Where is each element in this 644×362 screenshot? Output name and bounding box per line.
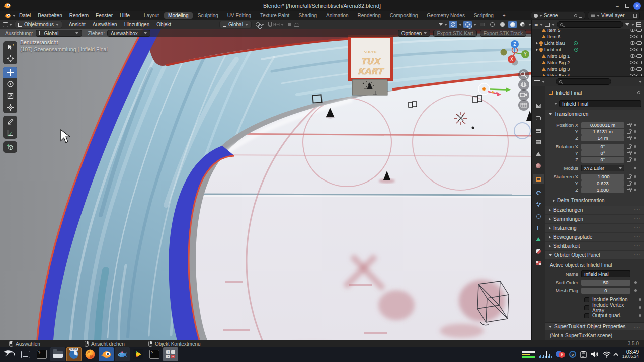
section-instancing[interactable]: Instancing:::: [545,224,644,232]
show-desktop-button[interactable] [18,347,33,361]
wireframe-frame-object[interactable] [313,95,322,103]
animate-dot[interactable] [634,158,636,161]
outliner-row[interactable]: Item 5 [532,29,644,33]
lock-icon[interactable] [627,183,631,186]
shading-wireframe-button[interactable] [488,21,497,28]
animate-dot[interactable] [634,145,636,148]
tool-select-box[interactable] [3,41,17,53]
expand-arrow-icon[interactable] [536,48,538,51]
section-stk-properties[interactable]: SuperTuxKart Object Properties:::: [545,322,644,330]
visibility-caret[interactable] [444,24,447,26]
shading-rendered-button[interactable] [518,21,527,28]
proportional-editing-icon[interactable] [288,23,291,26]
tab-tool[interactable] [533,101,544,111]
blender-menu-icon[interactable] [4,13,11,19]
drag-handle-icon[interactable]: :::: [634,324,640,329]
properties-editor-caret[interactable] [542,81,545,83]
tab-view-layer[interactable] [533,137,544,147]
drag-handle-icon[interactable]: :::: [634,235,640,239]
outliner-search-input[interactable] [565,22,620,27]
transform-orientation-selector[interactable]: Global [219,21,252,28]
goal-object[interactable] [409,102,417,107]
outliner-row[interactable]: Licht rot [532,46,644,53]
minimize-button[interactable]: – [613,2,621,9]
object-type-caret[interactable] [554,103,557,105]
perspective-grid-button[interactable] [518,100,529,111]
outliner-row[interactable]: Nitro Big 3 [532,66,644,72]
hide-eye-icon[interactable] [630,67,635,71]
menu-hilfe[interactable]: Hilfe [116,13,133,18]
pan-hand-button[interactable] [518,79,529,90]
checkbox[interactable] [584,313,589,318]
lock-icon[interactable] [627,152,631,155]
animate-dot[interactable] [634,124,636,126]
tray-expand-chevron-icon[interactable] [613,352,618,357]
scene-selector[interactable]: Scene [531,12,585,19]
drag-handle-icon[interactable]: :::: [634,253,640,257]
lock-icon[interactable] [627,189,631,192]
close-button[interactable]: ✕ [633,2,641,10]
animate-dot[interactable] [639,306,641,309]
animate-dot[interactable] [639,314,641,317]
animate-dot[interactable] [634,167,636,169]
workspace-tab-compositing[interactable]: Compositing [386,12,422,19]
tool-annotate[interactable] [3,116,17,127]
export-stk-track-button[interactable]: Export STK Track [480,30,526,37]
outliner-display-mode-icon[interactable]: ☰ [534,22,538,27]
bluefish-button[interactable] [115,347,130,361]
terminal-button[interactable]: $_ [34,347,49,361]
volume-tray-icon[interactable] [591,351,599,358]
small-object[interactable] [472,127,474,129]
tab-scene[interactable] [533,149,544,159]
outliner-id-caret[interactable] [552,24,555,26]
lock-icon[interactable] [627,131,631,134]
tab-object-data[interactable] [533,234,544,244]
render-camera-icon[interactable] [637,41,642,45]
media-player-button[interactable] [131,347,146,361]
outliner-mode-caret[interactable] [540,24,543,26]
gizmos-caret[interactable] [459,24,462,26]
outliner-row[interactable]: Item 6 [532,33,644,40]
workspace-tab-rendering[interactable]: Rendering [354,12,385,19]
pin-id-icon[interactable] [637,91,640,94]
view-layer-selector[interactable]: ViewLayer [588,12,640,19]
position-z-input[interactable]: 14 m [581,135,624,141]
clock-app-button[interactable]: 9.999 [66,347,82,361]
lock-icon[interactable] [627,137,631,140]
tool-cursor[interactable] [3,53,17,64]
taskbar-clock[interactable]: 03:49 19.05.24 [622,350,639,359]
tab-physics[interactable] [533,211,544,221]
drag-handle-icon[interactable]: :::: [634,208,640,212]
tab-output[interactable] [533,126,544,136]
animate-dot[interactable] [634,189,636,191]
new-view-layer-icon[interactable] [633,14,637,18]
properties-options-caret[interactable] [639,81,642,83]
render-camera-icon[interactable] [637,35,642,38]
tab-world[interactable] [533,161,544,171]
snapping-selector[interactable] [256,22,264,27]
tool-rotate[interactable] [3,78,17,90]
camera-view-button[interactable] [518,89,529,101]
animate-dot[interactable] [634,175,636,178]
properties-search[interactable] [556,78,611,85]
drag-handle-icon[interactable]: :::: [634,217,640,221]
menu-hinzufuegen[interactable]: Hinzufügen [121,22,153,27]
outliner-row[interactable]: Nitro Big 2 [532,59,644,66]
outliner-funnel-icon[interactable] [625,23,629,26]
delta-transform-section[interactable]: Delta-Transformation [545,197,644,204]
object-name-field[interactable]: Infield Final [559,100,641,107]
menu-bearbeiten[interactable]: Bearbeiten [34,13,65,18]
file-manager-button[interactable] [50,347,65,361]
check-output-quad[interactable]: Output quad. [545,312,644,319]
outliner-row[interactable]: Licht blau [532,40,644,46]
rotation-y-input[interactable]: 0° [581,150,624,156]
animate-dot[interactable] [634,182,636,185]
menu-ansicht[interactable]: Ansicht [65,22,89,27]
system-monitor-bars[interactable] [522,351,535,358]
lock-icon[interactable] [627,159,631,162]
rotation-mode-dropdown[interactable]: XYZ Euler [581,165,624,171]
terminal-2-button[interactable]: $_ [147,347,162,361]
section-orbiter-panel[interactable]: Orbiter Object Panel:::: [545,251,644,259]
animate-dot[interactable] [634,281,637,284]
menu-datei[interactable]: Datei [16,13,34,18]
